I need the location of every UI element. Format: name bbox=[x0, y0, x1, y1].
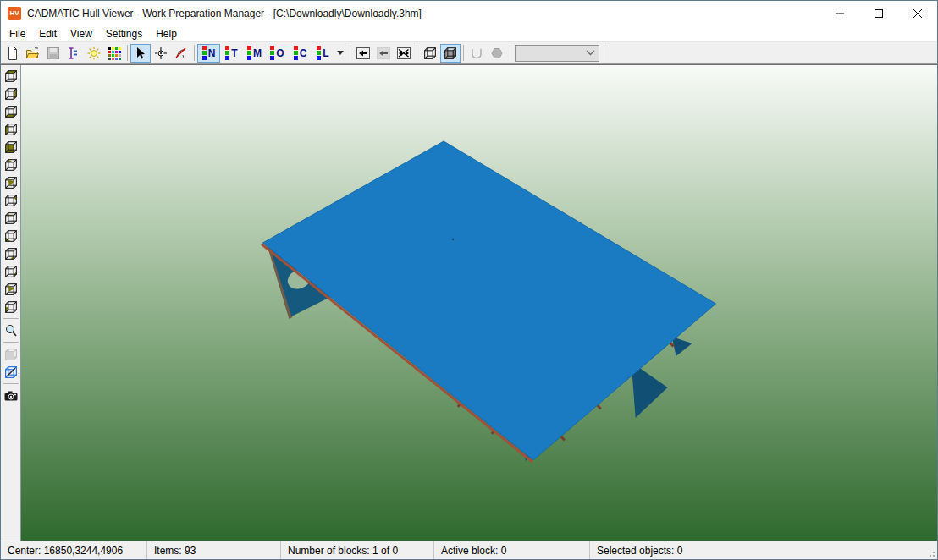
menu-help[interactable]: Help bbox=[149, 26, 184, 41]
app-icon: HV bbox=[8, 7, 21, 20]
display-c-button[interactable]: C bbox=[289, 44, 312, 63]
view-cube-iso-button[interactable] bbox=[2, 173, 20, 191]
solid-tool-button[interactable] bbox=[487, 44, 507, 63]
app-window: HV CADMATIC Hull Viewer - Work Preparati… bbox=[0, 0, 938, 560]
dimmed-left-arrow-icon bbox=[376, 46, 391, 61]
previous-view-button[interactable] bbox=[353, 44, 373, 63]
item-tree-icon bbox=[66, 46, 81, 61]
wireframe-mode-button[interactable] bbox=[420, 44, 440, 63]
close-icon bbox=[913, 9, 922, 18]
rgb-stack-icon bbox=[294, 46, 298, 60]
display-n-label: N bbox=[208, 47, 216, 59]
display-l-label: L bbox=[323, 47, 328, 59]
display-t-button[interactable]: T bbox=[220, 44, 243, 63]
minimize-button[interactable] bbox=[820, 1, 859, 25]
toolbar: N T M O C L bbox=[1, 42, 937, 64]
select-cursor-button[interactable] bbox=[130, 44, 151, 63]
display-dropdown-button[interactable] bbox=[334, 44, 347, 63]
view-cube-corner-se-button[interactable] bbox=[2, 244, 20, 262]
save-file-button[interactable] bbox=[43, 44, 63, 63]
stiffener-web bbox=[672, 337, 692, 356]
rgb-stack-icon bbox=[202, 46, 207, 60]
menu-edit[interactable]: Edit bbox=[32, 26, 63, 41]
display-c-label: C bbox=[300, 47, 307, 59]
hull-panel-model[interactable] bbox=[262, 141, 716, 462]
view-cube-left-icon bbox=[3, 122, 19, 137]
rgb-stack-icon bbox=[317, 46, 321, 60]
rgb-stack-icon bbox=[270, 46, 274, 60]
view-cube-front-button[interactable] bbox=[2, 138, 20, 156]
shaded-mode-side-button[interactable] bbox=[2, 345, 20, 363]
menu-file[interactable]: File bbox=[3, 26, 32, 41]
view-cube-right-button[interactable] bbox=[2, 85, 20, 102]
previous-view-step-button[interactable] bbox=[373, 44, 394, 63]
shaded-mode-button[interactable] bbox=[440, 44, 461, 63]
new-file-button[interactable] bbox=[3, 44, 23, 63]
display-o-button[interactable]: O bbox=[266, 44, 289, 63]
view-select-combobox[interactable] bbox=[515, 45, 599, 62]
status-selected-objects: Selected objects: 0 bbox=[589, 541, 937, 559]
sidebar-separator bbox=[3, 342, 19, 343]
color-palette-button[interactable] bbox=[104, 44, 124, 63]
arc-icon-disabled bbox=[469, 46, 484, 61]
toolbar-separator bbox=[127, 45, 128, 61]
arc-tool-button[interactable] bbox=[466, 44, 487, 63]
snapshot-button[interactable] bbox=[2, 387, 20, 404]
viewport-3d[interactable] bbox=[21, 65, 937, 541]
title-bar: HV CADMATIC Hull Viewer - Work Preparati… bbox=[1, 1, 937, 25]
measure-button[interactable] bbox=[171, 44, 191, 63]
view-cube-corner-sw-icon bbox=[3, 228, 19, 244]
open-file-button[interactable] bbox=[23, 44, 43, 63]
status-blocks: Number of blocks: 1 of 0 bbox=[280, 541, 433, 559]
fit-view-icon bbox=[396, 46, 411, 61]
view-cube-left-bottom-button[interactable] bbox=[2, 298, 20, 316]
status-bar: Center: 16850,3244,4906 Items: 93 Number… bbox=[1, 541, 937, 559]
view-cube-corner-se-icon bbox=[3, 246, 19, 261]
view-cube-corner-ne-button[interactable] bbox=[2, 191, 20, 209]
resize-grip[interactable] bbox=[927, 549, 935, 557]
brightness-button[interactable] bbox=[84, 44, 104, 63]
display-m-button[interactable]: M bbox=[243, 44, 266, 63]
view-cube-left-button[interactable] bbox=[2, 120, 20, 138]
zoom-button[interactable] bbox=[2, 321, 20, 339]
item-tree-button[interactable] bbox=[63, 44, 84, 63]
view-sidebar bbox=[1, 65, 21, 541]
app-icon-text: HV bbox=[9, 9, 19, 17]
display-n-button[interactable]: N bbox=[197, 44, 220, 63]
center-view-button[interactable] bbox=[151, 44, 171, 63]
shaded-cube-icon bbox=[443, 46, 458, 61]
toolbar-separator bbox=[510, 45, 510, 61]
menu-settings[interactable]: Settings bbox=[99, 26, 149, 41]
view-cube-top-left-button[interactable] bbox=[2, 156, 20, 173]
view-cube-corner-sw-button[interactable] bbox=[2, 227, 20, 244]
view-cube-top-button[interactable] bbox=[2, 67, 20, 85]
view-cube-top-edge-button[interactable] bbox=[2, 209, 20, 227]
blue-wireframe-cube-icon bbox=[3, 365, 19, 380]
new-file-icon bbox=[5, 46, 20, 61]
rgb-stack-icon bbox=[225, 46, 229, 60]
toolbar-separator bbox=[350, 45, 350, 61]
view-cube-front-icon bbox=[3, 140, 19, 155]
magnifier-icon bbox=[3, 323, 19, 338]
menu-view[interactable]: View bbox=[63, 26, 99, 41]
display-l-button[interactable]: L bbox=[312, 44, 334, 63]
view-cube-corner-ne-icon bbox=[3, 193, 19, 208]
viewport-canvas[interactable] bbox=[21, 65, 937, 541]
view-cube-edge-right-button[interactable] bbox=[2, 262, 20, 280]
menu-bar: File Edit View Settings Help bbox=[1, 25, 937, 42]
wireframe-edit-button[interactable] bbox=[2, 363, 20, 381]
view-cube-bottom-button[interactable] bbox=[2, 102, 20, 120]
view-cube-iso-icon bbox=[3, 175, 19, 190]
plate-mark bbox=[452, 239, 454, 240]
view-cube-iso-2-button[interactable] bbox=[2, 280, 20, 298]
status-items: Items: 93 bbox=[146, 541, 280, 559]
fit-view-button[interactable] bbox=[394, 44, 414, 63]
rgb-stack-icon bbox=[247, 46, 251, 60]
close-button[interactable] bbox=[898, 1, 937, 25]
maximize-button[interactable] bbox=[859, 1, 898, 25]
sidebar-separator bbox=[3, 383, 19, 384]
view-cube-left-bottom-icon bbox=[3, 299, 19, 315]
view-cube-edge-right-icon bbox=[3, 264, 19, 279]
color-palette-icon bbox=[107, 46, 122, 61]
cursor-arrow-icon bbox=[133, 46, 148, 61]
